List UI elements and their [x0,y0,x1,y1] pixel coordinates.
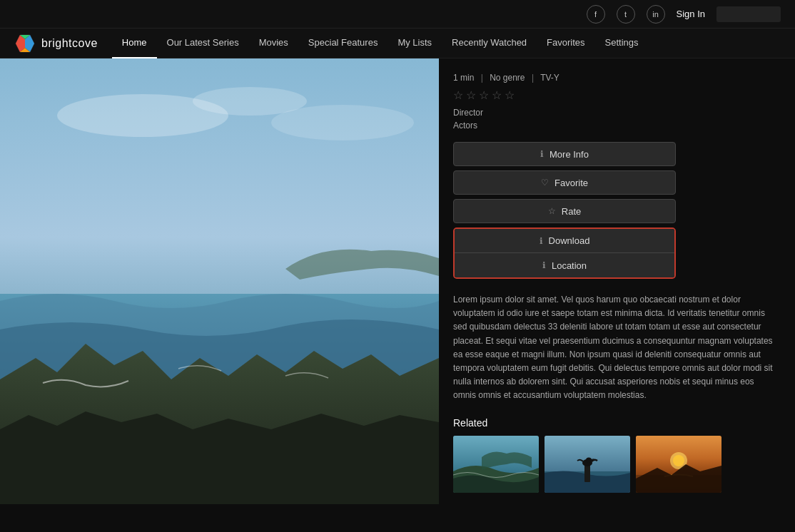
info-panel: 1 min | No genre | TV-Y ☆ ☆ ☆ ☆ ☆ Direct… [439,58,795,532]
nav-recently-watched[interactable]: Recently Watched [442,29,537,58]
instagram-label: in [652,10,659,19]
director-label: Director [453,108,778,118]
action-buttons: ℹ More Info ♡ Favorite ☆ Rate ℹ Download… [453,142,778,279]
download-location-group: ℹ Download ℹ Location [453,227,676,279]
facebook-icon[interactable]: f [587,5,605,24]
svg-rect-13 [584,464,590,482]
download-button[interactable]: ℹ Download [455,229,674,253]
twitter-icon[interactable]: t [617,5,635,24]
favorite-label: Favorite [555,178,588,188]
instagram-icon[interactable]: in [647,5,665,24]
nav-special-features[interactable]: Special Features [298,29,388,58]
related-thumb-2[interactable] [545,436,630,493]
download-icon: ℹ [540,236,543,246]
svg-point-8 [271,105,414,140]
description: Lorem ipsum dolor sit amet. Vel quos har… [453,293,778,403]
location-button[interactable]: ℹ Location [455,253,674,277]
svg-point-18 [673,455,684,466]
star-4: ☆ [492,88,502,102]
thumb-1-svg [453,436,539,493]
sign-in-button[interactable]: Sign In [677,9,705,19]
more-info-button[interactable]: ℹ More Info [453,142,676,166]
meta-line: 1 min | No genre | TV-Y [453,73,778,83]
stars-row: ☆ ☆ ☆ ☆ ☆ [453,88,778,102]
facebook-label: f [594,10,597,19]
twitter-label: t [624,10,627,19]
info-icon: ℹ [540,149,544,159]
nav-bar: brightcove Home Our Latest Series Movies… [0,29,795,58]
star-1: ☆ [453,88,463,102]
heart-icon: ♡ [541,178,549,188]
actors-label: Actors [453,121,778,131]
star-2: ☆ [466,88,476,102]
star-icon: ☆ [548,206,556,216]
logo-icon [14,33,36,54]
video-background [0,58,439,504]
rate-label: Rate [562,206,581,217]
search-input[interactable] [716,6,781,22]
star-5: ☆ [505,88,515,102]
scene-svg [0,58,439,504]
duration: 1 min [453,73,474,83]
main-content: 1 min | No genre | TV-Y ☆ ☆ ☆ ☆ ☆ Direct… [0,58,795,532]
related-thumb-3[interactable] [636,436,721,493]
rating: TV-Y [540,73,559,83]
thumb-3-svg [636,436,721,493]
genre: No genre [490,73,525,83]
svg-point-15 [586,457,592,462]
top-bar-right: f t in Sign In [587,5,781,24]
thumb-2-svg [545,436,630,493]
logo-text: brightcove [41,37,98,50]
nav-home[interactable]: Home [112,29,157,58]
logo: brightcove [14,33,98,54]
related-title: Related [453,417,778,429]
more-info-label: More Info [550,149,589,160]
nav-favorites[interactable]: Favorites [537,29,594,58]
location-icon: ℹ [542,260,546,270]
nav-our-latest-series[interactable]: Our Latest Series [157,29,249,58]
nav-my-lists[interactable]: My Lists [388,29,442,58]
related-thumb-1[interactable] [453,436,539,493]
nav-settings[interactable]: Settings [595,29,649,58]
related-section: Related [453,417,778,493]
star-3: ☆ [479,88,489,102]
separator-2: | [532,73,534,83]
rate-button[interactable]: ☆ Rate [453,199,676,223]
nav-movies[interactable]: Movies [249,29,298,58]
separator-1: | [481,73,483,83]
favorite-button[interactable]: ♡ Favorite [453,170,676,195]
location-label: Location [552,260,587,271]
video-panel [0,58,439,504]
download-label: Download [549,235,590,246]
related-thumbnails [453,436,778,493]
top-bar: f t in Sign In [0,0,795,29]
